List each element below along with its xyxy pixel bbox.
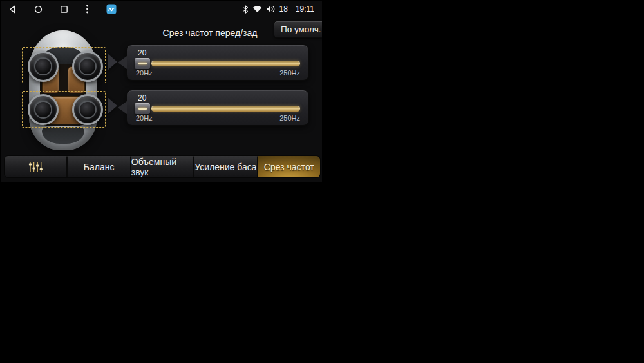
tab-crossover[interactable]: Срез частот	[258, 156, 320, 177]
recents-icon[interactable]	[60, 5, 68, 14]
rear-speakers-selection-box	[22, 91, 106, 128]
equalizer-icon	[25, 161, 46, 173]
tab-equalizer[interactable]	[5, 156, 66, 177]
volume-icon	[266, 5, 276, 13]
crossover-min-label: 20Hz	[136, 69, 153, 77]
crossover-handle[interactable]	[135, 103, 150, 114]
volume-level: 18	[279, 5, 288, 14]
wifi-icon	[252, 5, 262, 13]
back-icon[interactable]	[8, 5, 17, 14]
status-bar: 1819:11	[1, 1, 322, 17]
front-speakers-selection-box	[22, 47, 106, 83]
crossover-max-label: 250Hz	[279, 114, 300, 122]
crossover-track	[151, 106, 300, 112]
app-icon[interactable]	[106, 4, 117, 14]
front-pointer-chevron	[108, 54, 117, 70]
crossover-value: 20	[138, 93, 146, 103]
front-crossover-slider[interactable]: 2020Hz250Hz	[126, 44, 309, 81]
audio-settings-collage: 1819:11 Рок Все колонки Настройки По умо…	[0, 0, 644, 363]
crossover-min-label: 20Hz	[136, 114, 153, 122]
tab-surround[interactable]: Объемный звук	[131, 156, 193, 177]
menu-icon[interactable]	[86, 5, 89, 14]
crossover-value: 20	[138, 48, 146, 57]
bottom-tab-bar: БалансОбъемный звукУсиление басаСрез час…	[4, 155, 321, 178]
crossover-max-label: 250Hz	[279, 69, 300, 77]
clock: 19:11	[296, 5, 314, 14]
tab-bass-boost[interactable]: Усиление баса	[194, 156, 256, 177]
tab-balance[interactable]: Баланс	[68, 156, 129, 177]
rear-pointer-chevron	[108, 97, 117, 114]
page-title: Срез частот перед/зад	[146, 28, 274, 38]
home-icon[interactable]	[34, 5, 43, 14]
default-button[interactable]: По умолч.	[274, 21, 322, 38]
bluetooth-icon	[243, 5, 249, 14]
crossover-handle[interactable]	[135, 58, 150, 69]
crossover-screen: 1819:11 Срез частот перед/зад По умолч. …	[0, 0, 322, 181]
crossover-track	[151, 61, 300, 66]
rear-crossover-slider[interactable]: 2020Hz250Hz	[126, 90, 309, 126]
